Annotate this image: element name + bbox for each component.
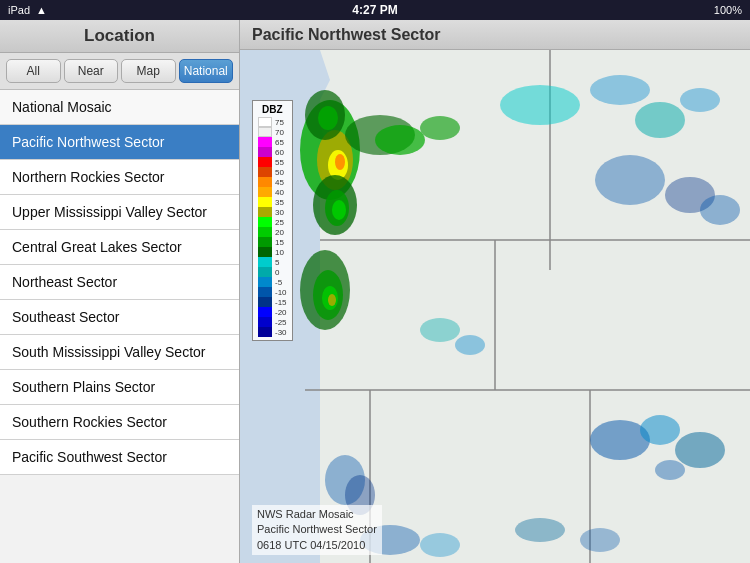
tab-near[interactable]: Near (64, 59, 119, 83)
list-item-upper-mississippi[interactable]: Upper Mississippi Valley Sector (0, 195, 239, 230)
tab-national[interactable]: National (179, 59, 234, 83)
legend-row-60: 60 (258, 147, 287, 157)
svg-point-23 (590, 75, 650, 105)
svg-point-24 (635, 102, 685, 138)
right-panel: Pacific Northwest Sector (240, 20, 750, 563)
legend-row-55: 55 (258, 157, 287, 167)
radar-map (240, 50, 750, 563)
svg-point-38 (580, 528, 620, 552)
map-info-line1: NWS Radar Mosaic (257, 507, 377, 522)
list-item-northeast[interactable]: Northeast Sector (0, 265, 239, 300)
legend-row--25: -25 (258, 317, 287, 327)
legend-row-45: 45 (258, 177, 287, 187)
legend-row-75: 75 (258, 117, 287, 127)
legend-row--5: -5 (258, 277, 287, 287)
tab-bar: All Near Map National (0, 53, 239, 90)
legend-row-0: 0 (258, 267, 287, 277)
legend-row--15: -15 (258, 297, 287, 307)
panel-title: Location (84, 26, 155, 45)
legend-row-65: 65 (258, 137, 287, 147)
dbz-legend: DBZ 75 70 65 60 55 50 45 40 35 30 25 20 … (252, 100, 293, 341)
svg-point-22 (500, 85, 580, 125)
svg-point-16 (375, 125, 425, 155)
list-item-southern-rockies[interactable]: Southern Rockies Sector (0, 405, 239, 440)
legend-row-20: 20 (258, 227, 287, 237)
map-container[interactable]: DBZ 75 70 65 60 55 50 45 40 35 30 25 20 … (240, 50, 750, 563)
list-item-pacific-northwest[interactable]: Pacific Northwest Sector (0, 125, 239, 160)
panel-header: Location (0, 20, 239, 53)
svg-point-31 (675, 432, 725, 468)
tab-all[interactable]: All (6, 59, 61, 83)
list-item-southeast[interactable]: Southeast Sector (0, 300, 239, 335)
svg-point-36 (420, 533, 460, 557)
legend-row-70: 70 (258, 127, 287, 137)
legend-row--30: -30 (258, 327, 287, 337)
map-info-line2: Pacific Northwest Sector (257, 522, 377, 537)
legend-row-50: 50 (258, 167, 287, 177)
svg-point-12 (335, 154, 345, 170)
list-item-northern-rockies[interactable]: Northern Rockies Sector (0, 160, 239, 195)
svg-point-25 (680, 88, 720, 112)
svg-point-30 (640, 415, 680, 445)
legend-row-15: 15 (258, 237, 287, 247)
list-item-national-mosaic[interactable]: National Mosaic (0, 90, 239, 125)
svg-point-26 (595, 155, 665, 205)
svg-point-37 (515, 518, 565, 542)
map-info-line3: 0618 UTC 04/15/2010 (257, 538, 377, 553)
svg-point-39 (420, 318, 460, 342)
device-name: iPad (8, 4, 30, 16)
svg-point-14 (318, 106, 338, 130)
wifi-icon: ▲ (36, 4, 47, 16)
status-right: 100% (714, 4, 742, 16)
location-list: National Mosaic Pacific Northwest Sector… (0, 90, 239, 563)
tab-map[interactable]: Map (121, 59, 176, 83)
list-item-pacific-southwest[interactable]: Pacific Southwest Sector (0, 440, 239, 475)
legend-row--10: -10 (258, 287, 287, 297)
map-info: NWS Radar Mosaic Pacific Northwest Secto… (252, 505, 382, 555)
main-layout: Location All Near Map National National … (0, 20, 750, 563)
legend-title: DBZ (258, 104, 287, 115)
list-item-south-mississippi[interactable]: South Mississippi Valley Sector (0, 335, 239, 370)
left-panel: Location All Near Map National National … (0, 20, 240, 563)
svg-point-40 (455, 335, 485, 355)
status-time: 4:27 PM (352, 3, 397, 17)
legend-row-35: 35 (258, 197, 287, 207)
svg-point-32 (655, 460, 685, 480)
legend-row-40: 40 (258, 187, 287, 197)
legend-row-25: 25 (258, 217, 287, 227)
svg-point-28 (700, 195, 740, 225)
legend-row-30: 30 (258, 207, 287, 217)
legend-row-5: 5 (258, 257, 287, 267)
status-left: iPad ▲ (8, 4, 47, 16)
svg-point-43 (332, 200, 346, 220)
map-title: Pacific Northwest Sector (252, 26, 441, 44)
svg-point-17 (420, 116, 460, 140)
status-bar: iPad ▲ 4:27 PM 100% (0, 0, 750, 20)
svg-point-21 (328, 294, 336, 306)
legend-row--20: -20 (258, 307, 287, 317)
legend-row-10: 10 (258, 247, 287, 257)
list-item-southern-plains[interactable]: Southern Plains Sector (0, 370, 239, 405)
map-header: Pacific Northwest Sector (240, 20, 750, 50)
battery-label: 100% (714, 4, 742, 16)
list-item-central-great-lakes[interactable]: Central Great Lakes Sector (0, 230, 239, 265)
